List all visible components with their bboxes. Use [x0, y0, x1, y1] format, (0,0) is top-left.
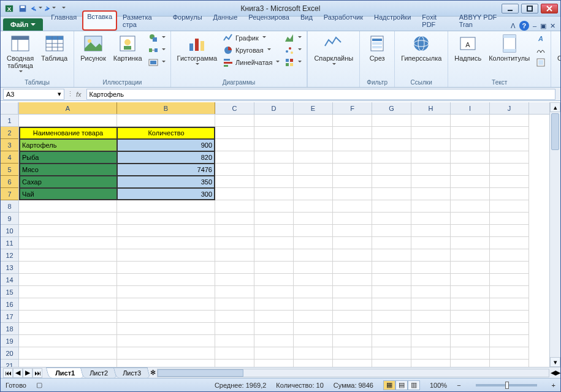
cell-D20[interactable]	[254, 347, 294, 360]
cell-I16[interactable]	[451, 298, 490, 311]
cell-I9[interactable]	[451, 213, 490, 225]
cell-A15[interactable]	[19, 286, 117, 298]
cell-H4[interactable]	[411, 151, 451, 164]
tab-разметка стра[interactable]: Разметка стра	[117, 10, 167, 31]
cell-C8[interactable]	[215, 200, 254, 213]
row-header-14[interactable]: 14	[1, 274, 18, 286]
cell-F20[interactable]	[333, 347, 372, 360]
row-header-7[interactable]: 7	[1, 188, 18, 200]
chart-scatter-button[interactable]	[283, 45, 303, 56]
cell-J12[interactable]	[490, 249, 529, 262]
row-header-15[interactable]: 15	[1, 286, 18, 298]
cell-G11[interactable]	[372, 237, 411, 249]
chart-other-button[interactable]	[283, 57, 303, 68]
cell-H13[interactable]	[411, 262, 451, 274]
cell-J8[interactable]	[490, 200, 529, 213]
table-button[interactable]: Таблица	[39, 32, 70, 63]
col-header-C[interactable]: C	[215, 102, 254, 114]
new-sheet-button[interactable]: ✻	[150, 369, 156, 377]
cell-A6[interactable]: Сахар	[19, 176, 117, 188]
cell-A18[interactable]	[19, 323, 117, 335]
doc-restore-icon[interactable]: ▣	[540, 22, 546, 30]
doc-close-icon[interactable]: ✕	[550, 22, 555, 30]
cell-C14[interactable]	[215, 274, 254, 286]
cell-A16[interactable]	[19, 298, 117, 311]
cell-F1[interactable]	[333, 115, 372, 127]
cell-D5[interactable]	[254, 164, 294, 176]
undo-icon[interactable]	[30, 2, 42, 15]
cell-I13[interactable]	[451, 262, 490, 274]
cell-H20[interactable]	[411, 347, 451, 360]
macro-record-icon[interactable]: ▢	[36, 381, 42, 389]
cell-F9[interactable]	[333, 213, 372, 225]
tab-вид[interactable]: Вид	[295, 10, 318, 31]
cell-B13[interactable]	[117, 262, 215, 274]
cell-G12[interactable]	[372, 249, 411, 262]
cell-J15[interactable]	[490, 286, 529, 298]
cell-H18[interactable]	[411, 323, 451, 335]
row-header-5[interactable]: 5	[1, 164, 18, 176]
cell-I14[interactable]	[451, 274, 490, 286]
cell-D3[interactable]	[254, 139, 294, 151]
cell-J19[interactable]	[490, 335, 529, 347]
cell-H21[interactable]	[411, 360, 451, 367]
textbox-button[interactable]: A Надпись	[452, 32, 484, 63]
cell-A10[interactable]	[19, 225, 117, 237]
cell-E4[interactable]	[294, 151, 333, 164]
cell-A7[interactable]: Чай	[19, 188, 117, 200]
cell-A11[interactable]	[19, 237, 117, 249]
cell-C2[interactable]	[215, 127, 254, 139]
row-header-3[interactable]: 3	[1, 139, 18, 151]
scroll-left-icon[interactable]: ◀	[551, 369, 555, 377]
cell-I3[interactable]	[451, 139, 490, 151]
row-header-13[interactable]: 13	[1, 262, 18, 274]
fx-icon[interactable]: fx	[74, 91, 84, 98]
col-header-A[interactable]: A	[19, 102, 117, 114]
cell-I1[interactable]	[451, 115, 490, 127]
cell-I20[interactable]	[451, 347, 490, 360]
cell-H7[interactable]	[411, 188, 451, 200]
cell-C4[interactable]	[215, 151, 254, 164]
wordart-button[interactable]: A	[535, 32, 547, 43]
cell-C18[interactable]	[215, 323, 254, 335]
cell-G2[interactable]	[372, 127, 411, 139]
cell-G7[interactable]	[372, 188, 411, 200]
cell-C9[interactable]	[215, 213, 254, 225]
cell-G18[interactable]	[372, 323, 411, 335]
row-header-18[interactable]: 18	[1, 323, 18, 335]
cell-H19[interactable]	[411, 335, 451, 347]
cell-F13[interactable]	[333, 262, 372, 274]
cell-D2[interactable]	[254, 127, 294, 139]
cell-F2[interactable]	[333, 127, 372, 139]
cell-B17[interactable]	[117, 311, 215, 323]
cell-A4[interactable]: Рыба	[19, 151, 117, 164]
cell-H16[interactable]	[411, 298, 451, 311]
cell-G1[interactable]	[372, 115, 411, 127]
smartart-button[interactable]	[147, 45, 167, 56]
col-header-B[interactable]: B	[117, 102, 215, 114]
cell-C17[interactable]	[215, 311, 254, 323]
cell-F10[interactable]	[333, 225, 372, 237]
cell-I8[interactable]	[451, 200, 490, 213]
cell-D11[interactable]	[254, 237, 294, 249]
cell-D6[interactable]	[254, 176, 294, 188]
cell-I17[interactable]	[451, 311, 490, 323]
cell-H2[interactable]	[411, 127, 451, 139]
hscroll-thumb[interactable]	[158, 369, 243, 377]
cell-E2[interactable]	[294, 127, 333, 139]
cell-E12[interactable]	[294, 249, 333, 262]
scroll-right-icon[interactable]: ▶	[555, 369, 560, 377]
col-header-J[interactable]: J	[490, 102, 529, 114]
cell-D19[interactable]	[254, 335, 294, 347]
cell-B8[interactable]	[117, 200, 215, 213]
cell-E15[interactable]	[294, 286, 333, 298]
cell-G14[interactable]	[372, 274, 411, 286]
cell-E17[interactable]	[294, 311, 333, 323]
help-icon[interactable]: ?	[519, 21, 529, 31]
cell-G20[interactable]	[372, 347, 411, 360]
cell-A19[interactable]	[19, 335, 117, 347]
cell-A9[interactable]	[19, 213, 117, 225]
cell-H15[interactable]	[411, 286, 451, 298]
cell-D13[interactable]	[254, 262, 294, 274]
slicer-button[interactable]: Срез	[364, 32, 391, 63]
